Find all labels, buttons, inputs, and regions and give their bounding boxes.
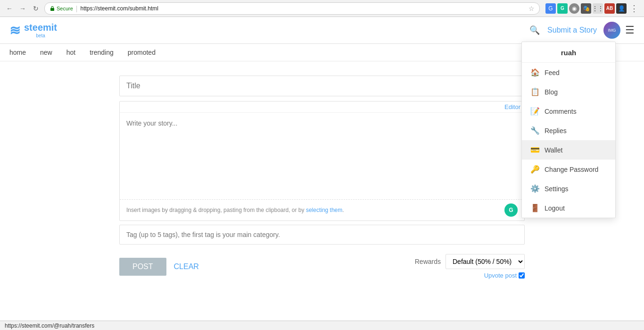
- selecting-link[interactable]: selecting them: [306, 207, 342, 213]
- dropdown-item-replies[interactable]: 🔧 Replies: [522, 121, 615, 140]
- rewards-row: Rewards Default (50% / 50%): [415, 254, 525, 269]
- post-actions: POST CLEAR Rewards Default (50% / 50%) U…: [119, 254, 525, 279]
- dropdown-item-comments[interactable]: 📝 Comments: [522, 102, 615, 121]
- upvote-checkbox[interactable]: [519, 272, 525, 279]
- editor-insert-hint: Insert images by dragging & dropping, pa…: [126, 207, 344, 213]
- dropdown-item-logout[interactable]: 🚪 Logout: [522, 198, 615, 218]
- ext-icon-4[interactable]: 👤: [616, 3, 627, 14]
- wallet-label: Wallet: [545, 146, 562, 154]
- upvote-label: Upvote post: [484, 272, 517, 279]
- logo-beta: beta: [24, 33, 57, 38]
- wallet-icon: 💳: [530, 145, 539, 154]
- replies-icon: 🔧: [530, 126, 539, 135]
- nav-home[interactable]: home: [9, 49, 26, 56]
- replies-label: Replies: [545, 127, 567, 135]
- site-header: ≋ steemit beta 🔍 Submit a Story IMG ☰: [0, 17, 644, 44]
- comments-icon: 📝: [530, 107, 539, 116]
- blog-icon: 📋: [530, 87, 539, 96]
- dropdown-item-wallet[interactable]: 💳 Wallet: [522, 140, 615, 160]
- ext-icon-3[interactable]: ⋮⋮: [593, 3, 603, 14]
- story-textarea[interactable]: [120, 113, 524, 198]
- dropdown-item-settings[interactable]: ⚙️ Settings: [522, 179, 615, 198]
- ext-icon-2[interactable]: 🎭: [581, 3, 591, 14]
- editor-toolbar-row: Editor: [120, 102, 524, 113]
- nav-trending[interactable]: trending: [90, 49, 114, 56]
- address-url: https://steemit.com/submit.html: [81, 5, 526, 12]
- post-actions-right: Rewards Default (50% / 50%) Upvote post: [415, 254, 525, 279]
- grammarly-button[interactable]: G: [504, 203, 518, 217]
- nav-promoted[interactable]: promoted: [128, 49, 156, 56]
- logout-label: Logout: [545, 204, 565, 212]
- ext-adblock[interactable]: AB: [604, 3, 615, 14]
- dropdown-item-change-password[interactable]: 🔑 Change Password: [522, 160, 615, 179]
- avatar[interactable]: IMG: [603, 22, 620, 39]
- logo-icon: ≋: [9, 23, 20, 38]
- bookmark-icon[interactable]: ☆: [528, 5, 535, 12]
- browser-extensions: G G ◉ 🎭 ⋮⋮ AB 👤 ⋮: [545, 3, 640, 14]
- change-password-label: Change Password: [545, 166, 598, 173]
- browser-nav-buttons: ← → ↻: [4, 3, 41, 14]
- ext-icon-1[interactable]: ◉: [569, 3, 579, 14]
- back-button[interactable]: ←: [4, 3, 15, 14]
- title-input[interactable]: [119, 76, 525, 96]
- editor-container: Editor Insert images by dragging & dropp…: [119, 101, 525, 221]
- reload-button[interactable]: ↻: [30, 3, 41, 14]
- browser-chrome: ← → ↻ Secure | https://steemit.com/submi…: [0, 0, 644, 17]
- tag-input[interactable]: [119, 225, 525, 245]
- main-content: Editor Insert images by dragging & dropp…: [110, 76, 534, 279]
- upvote-row: Upvote post: [415, 272, 525, 279]
- change-password-icon: 🔑: [530, 165, 539, 174]
- secure-indicator: Secure: [50, 6, 73, 11]
- nav-hot[interactable]: hot: [66, 49, 75, 56]
- hamburger-menu-icon[interactable]: ☰: [625, 24, 635, 36]
- comments-label: Comments: [545, 108, 577, 115]
- logout-icon: 🚪: [530, 203, 539, 212]
- browser-address-bar[interactable]: Secure | https://steemit.com/submit.html…: [44, 2, 540, 15]
- logo-text: steemit beta: [24, 22, 57, 38]
- post-button[interactable]: POST: [119, 258, 166, 276]
- ext-grammarly[interactable]: G: [557, 3, 568, 14]
- dropdown-item-feed[interactable]: 🏠 Feed: [522, 63, 615, 82]
- rewards-select[interactable]: Default (50% / 50%): [446, 254, 525, 269]
- editor-link[interactable]: Editor: [504, 103, 520, 110]
- feed-icon: 🏠: [530, 68, 539, 77]
- blog-label: Blog: [545, 88, 558, 96]
- dropdown-username: ruah: [522, 42, 615, 63]
- browser-menu-button[interactable]: ⋮: [628, 3, 640, 14]
- feed-label: Feed: [545, 69, 560, 76]
- avatar-image: IMG: [608, 28, 616, 33]
- nav-new[interactable]: new: [40, 49, 52, 56]
- clear-button[interactable]: CLEAR: [174, 262, 199, 271]
- search-icon[interactable]: 🔍: [529, 25, 540, 35]
- ext-google-translate[interactable]: G: [545, 3, 556, 14]
- site-logo[interactable]: ≋ steemit beta: [9, 22, 57, 38]
- dropdown-menu: ruah 🏠 Feed 📋 Blog 📝 Comments 🔧 Replies …: [521, 42, 616, 218]
- settings-icon: ⚙️: [530, 184, 539, 193]
- rewards-label: Rewards: [415, 258, 441, 265]
- svg-rect-0: [50, 8, 54, 11]
- editor-bottom-bar: Insert images by dragging & dropping, pa…: [120, 199, 524, 220]
- settings-label: Settings: [545, 185, 569, 193]
- forward-button[interactable]: →: [17, 3, 28, 14]
- submit-story-link[interactable]: Submit a Story: [547, 26, 597, 34]
- logo-name: steemit: [24, 22, 57, 33]
- dropdown-item-blog[interactable]: 📋 Blog: [522, 82, 615, 102]
